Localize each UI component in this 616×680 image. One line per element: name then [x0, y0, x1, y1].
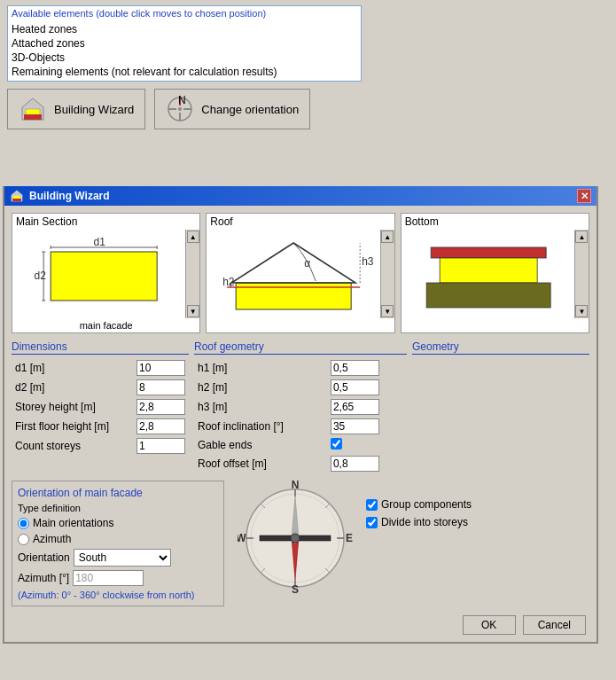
radio-azimuth-row: Azimuth — [18, 533, 218, 545]
available-elements-box: Available elements (double click moves t… — [7, 5, 362, 82]
divide-storeys-checkbox[interactable] — [366, 517, 378, 528]
table-row: Gable ends — [194, 436, 407, 454]
geometry-section: Geometry — [412, 340, 589, 473]
svg-text:h3: h3 — [362, 255, 374, 268]
available-elements-list: Heated zones Attached zones 3D-Objects R… — [8, 20, 361, 81]
sections-row: Dimensions d1 [m] d2 [m] Storey height [… — [12, 340, 589, 473]
h3-input[interactable] — [331, 399, 379, 415]
dim-label: Count storeys — [12, 436, 133, 456]
dim-label: Storey height [m] — [12, 397, 133, 417]
svg-text:h2: h2 — [222, 276, 235, 288]
dialog-buttons: OK Cancel — [12, 615, 589, 635]
group-components-label: Group components — [381, 498, 472, 511]
svg-rect-34 — [440, 258, 537, 283]
top-area: Available elements (double click moves t… — [0, 0, 616, 135]
orientation-select[interactable]: South North East West — [74, 549, 171, 567]
svg-text:W: W — [238, 532, 246, 544]
d2-input[interactable] — [136, 379, 185, 395]
change-orientation-button[interactable]: N Change orientation — [154, 89, 310, 129]
svg-rect-14 — [51, 252, 157, 301]
svg-text:S: S — [292, 583, 299, 596]
radio-main-row: Main orientations — [18, 517, 218, 529]
svg-point-53 — [291, 534, 300, 543]
table-row: Count storeys — [12, 436, 189, 456]
roof-offset-input[interactable] — [331, 456, 379, 472]
table-row: Roof inclination [°] — [194, 417, 407, 436]
list-item[interactable]: 3D-Objects — [12, 51, 357, 65]
svg-rect-2 — [24, 114, 42, 120]
radio-azimuth[interactable] — [18, 534, 29, 545]
first-floor-height-input[interactable] — [136, 418, 185, 434]
scroll-up-arrow-bottom[interactable]: ▲ — [575, 231, 588, 243]
list-item[interactable]: Attached zones — [12, 36, 357, 51]
dimensions-title: Dimensions — [12, 340, 189, 355]
available-elements-title: Available elements (double click moves t… — [8, 6, 361, 20]
panels-row: Main Section d1 — [12, 213, 589, 333]
dim-label: d1 [m] — [12, 358, 133, 378]
roof-svg: h2 h3 α — [207, 230, 394, 318]
svg-text:d2: d2 — [34, 270, 46, 282]
geometry-title: Geometry — [412, 340, 589, 355]
svg-rect-33 — [431, 247, 546, 258]
cancel-button[interactable]: Cancel — [523, 615, 586, 635]
dim-label: First floor height [m] — [12, 417, 133, 436]
bottom-panel: Bottom ▲ ▼ — [401, 213, 589, 333]
main-section-scroll[interactable]: ▲ ▼ — [185, 230, 199, 318]
compass-container: N S E W — [233, 481, 357, 596]
bottom-scroll[interactable]: ▲ ▼ — [574, 230, 589, 318]
building-wizard-button[interactable]: Building Wizard — [7, 89, 145, 129]
roof-inner: h2 h3 α ▲ ▼ — [207, 230, 394, 318]
main-facade-label: main facade — [12, 318, 199, 332]
list-item[interactable]: Remaining elements (not relevant for cal… — [12, 65, 357, 79]
roof-geometry-title: Roof geometry — [194, 340, 407, 355]
divide-storeys-row: Divide into storeys — [366, 516, 589, 528]
orientation-title: Orientation of main facade — [18, 487, 218, 499]
roof-geometry-section: Roof geometry h1 [m] h2 [m] h3 [m] — [194, 340, 407, 473]
dialog-close-button[interactable]: ✕ — [577, 189, 591, 203]
radio-main-orientations[interactable] — [18, 518, 29, 529]
toolbar-row: Building Wizard N Change orientation — [7, 89, 609, 129]
compass-icon: N — [166, 95, 194, 123]
table-row: h1 [m] — [194, 358, 407, 378]
roof-inclination-input[interactable] — [331, 418, 379, 434]
scroll-down-arrow-roof[interactable]: ▼ — [381, 305, 394, 317]
dialog-icon — [10, 189, 24, 203]
dialog-titlebar: Building Wizard ✕ — [4, 186, 597, 206]
ok-button[interactable]: OK — [463, 615, 516, 635]
building-wizard-label: Building Wizard — [54, 103, 134, 116]
scroll-down-arrow-bottom[interactable]: ▼ — [575, 305, 588, 317]
scroll-up-arrow[interactable]: ▲ — [187, 231, 199, 243]
gable-ends-checkbox[interactable] — [331, 438, 342, 449]
storey-height-input[interactable] — [136, 399, 185, 415]
svg-text:E: E — [346, 532, 353, 544]
scroll-up-arrow-roof[interactable]: ▲ — [381, 231, 394, 243]
roof-geometry-table: h1 [m] h2 [m] h3 [m] Roof inclination [°… — [194, 358, 407, 473]
dimensions-section: Dimensions d1 [m] d2 [m] Storey height [… — [12, 340, 189, 473]
d1-input[interactable] — [136, 360, 185, 376]
roof-title: Roof — [207, 214, 394, 230]
azimuth-input[interactable] — [73, 570, 144, 586]
table-row: h2 [m] — [194, 378, 407, 397]
table-row: d1 [m] — [12, 358, 189, 378]
h2-input[interactable] — [331, 379, 379, 395]
dialog-content: Main Section d1 — [4, 206, 597, 642]
radio-main-label: Main orientations — [33, 517, 113, 529]
roof-scroll[interactable]: ▲ ▼ — [380, 230, 394, 318]
divide-storeys-label: Divide into storeys — [381, 516, 468, 528]
scroll-down-arrow[interactable]: ▼ — [187, 305, 199, 317]
building-wizard-dialog: Building Wizard ✕ Main Section — [3, 186, 598, 644]
svg-text:N: N — [178, 95, 186, 106]
house-icon — [19, 95, 47, 123]
type-def-label: Type definition — [18, 503, 218, 513]
svg-rect-12 — [12, 199, 21, 201]
count-storeys-input[interactable] — [136, 438, 185, 454]
list-item[interactable]: Heated zones — [12, 22, 357, 36]
roof-panel: Roof h2 h3 — [206, 213, 394, 333]
group-components-checkbox[interactable] — [366, 499, 378, 511]
h1-input[interactable] — [331, 360, 379, 376]
roof-label: h3 [m] — [194, 397, 327, 417]
azimuth-label: Azimuth [°] — [18, 572, 69, 584]
dimensions-table: d1 [m] d2 [m] Storey height [m] First fl… — [12, 358, 189, 456]
compass-svg: N S E W — [238, 481, 353, 596]
main-section-svg: d1 d2 — [12, 230, 199, 318]
